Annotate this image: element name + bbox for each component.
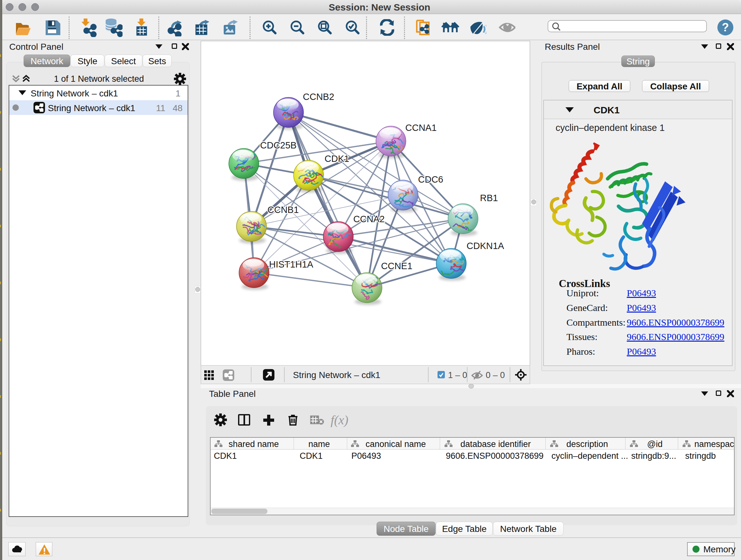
svg-text:CCNA1: CCNA1 (405, 123, 436, 133)
svg-text:CCNA2: CCNA2 (353, 214, 385, 224)
svg-text:RB1: RB1 (480, 193, 498, 203)
svg-text:CDKN1A: CDKN1A (467, 241, 504, 251)
svg-text:CCNE1: CCNE1 (381, 261, 412, 271)
svg-text:CDK1: CDK1 (325, 153, 349, 164)
svg-text:CCNB2: CCNB2 (303, 91, 334, 102)
svg-text:HIST1H1A: HIST1H1A (269, 259, 313, 269)
svg-text:CDC25B: CDC25B (260, 140, 296, 150)
svg-text:CDC6: CDC6 (418, 174, 443, 185)
svg-text:CCNB1: CCNB1 (267, 205, 299, 215)
